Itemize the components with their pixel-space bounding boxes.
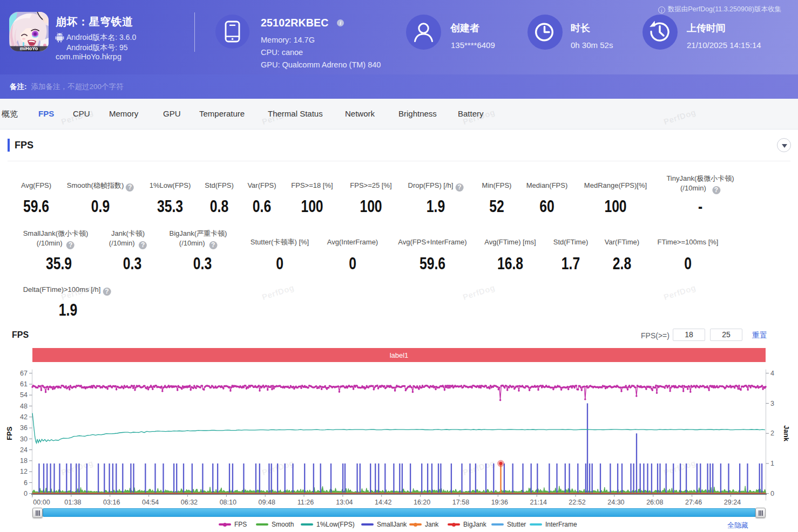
svg-text:12: 12 xyxy=(20,468,28,475)
svg-text:67: 67 xyxy=(20,370,28,377)
svg-text:FPS: FPS xyxy=(5,426,13,440)
svg-text:3: 3 xyxy=(770,400,774,407)
svg-text:2: 2 xyxy=(770,429,774,437)
svg-text:Jank: Jank xyxy=(782,425,790,441)
svg-text:6: 6 xyxy=(24,479,28,487)
svg-text:24: 24 xyxy=(20,446,28,454)
svg-text:4: 4 xyxy=(770,370,774,377)
svg-text:16:20: 16:20 xyxy=(414,499,430,506)
svg-text:26:08: 26:08 xyxy=(646,499,663,506)
svg-text:label1: label1 xyxy=(390,351,409,359)
svg-text:54: 54 xyxy=(20,391,28,399)
svg-text:1: 1 xyxy=(770,460,774,467)
svg-text:03:16: 03:16 xyxy=(103,499,120,506)
svg-text:17:58: 17:58 xyxy=(452,499,469,506)
svg-text:00:00: 00:00 xyxy=(33,499,50,506)
svg-text:18: 18 xyxy=(20,457,28,465)
svg-text:01:38: 01:38 xyxy=(64,499,81,506)
svg-text:08:10: 08:10 xyxy=(220,499,236,506)
svg-text:0: 0 xyxy=(770,490,774,497)
svg-text:36: 36 xyxy=(20,424,28,432)
svg-text:09:48: 09:48 xyxy=(259,499,275,506)
svg-text:06:32: 06:32 xyxy=(181,499,198,506)
svg-text:42: 42 xyxy=(20,413,28,421)
svg-text:21:14: 21:14 xyxy=(530,499,547,506)
svg-text:14:42: 14:42 xyxy=(375,499,391,506)
svg-text:11:26: 11:26 xyxy=(297,499,314,506)
svg-text:13:04: 13:04 xyxy=(336,499,353,506)
svg-text:61: 61 xyxy=(20,380,28,388)
svg-text:30: 30 xyxy=(20,435,28,443)
svg-text:19:36: 19:36 xyxy=(491,499,508,506)
svg-text:22:52: 22:52 xyxy=(569,499,585,506)
svg-text:48: 48 xyxy=(20,403,28,410)
svg-text:24:30: 24:30 xyxy=(607,499,624,506)
svg-text:29:24: 29:24 xyxy=(724,499,741,506)
svg-text:04:54: 04:54 xyxy=(142,499,159,506)
svg-text:27:46: 27:46 xyxy=(685,499,702,506)
svg-text:0: 0 xyxy=(24,490,28,497)
svg-text:miHoYo: miHoYo xyxy=(20,46,38,51)
